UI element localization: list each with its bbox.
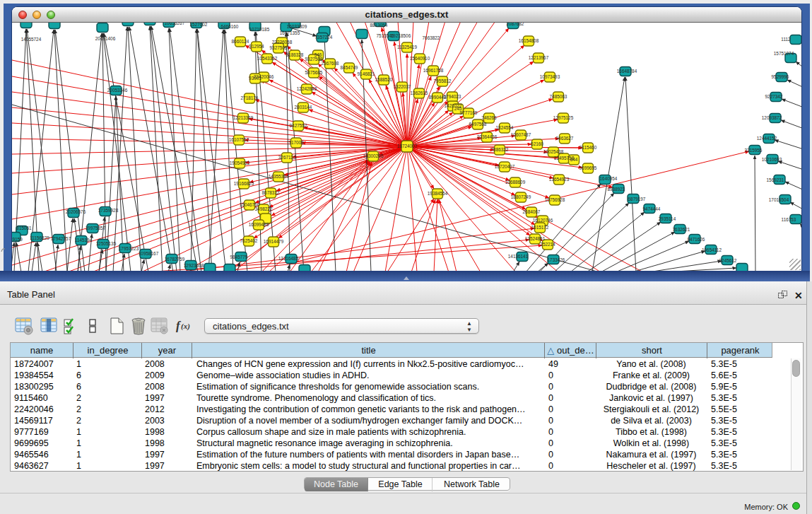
svg-text:7632621: 7632621 (673, 227, 690, 232)
svg-text:12444152: 12444152 (757, 136, 777, 141)
svg-text:1362615: 1362615 (411, 90, 428, 95)
svg-text:12242848: 12242848 (297, 86, 317, 91)
svg-text:19054932: 19054932 (230, 160, 250, 165)
svg-text:62160: 62160 (531, 141, 543, 146)
svg-text:12923468: 12923468 (184, 263, 204, 268)
svg-text:1145194: 1145194 (75, 238, 93, 243)
svg-text:12213967: 12213967 (529, 55, 549, 60)
svg-text:15640910: 15640910 (410, 56, 430, 61)
svg-text:8454749: 8454749 (341, 65, 358, 70)
svg-text:17016504: 17016504 (769, 197, 789, 202)
svg-text:20691406: 20691406 (95, 36, 116, 41)
svg-text:6794023: 6794023 (444, 94, 461, 99)
svg-text:9529996: 9529996 (772, 74, 789, 79)
svg-text:20206576: 20206576 (66, 209, 86, 214)
svg-text:18807249: 18807249 (511, 194, 531, 199)
svg-text:2684067: 2684067 (523, 209, 541, 214)
svg-text:16033809: 16033809 (287, 24, 307, 29)
svg-text:7485063: 7485063 (550, 94, 567, 99)
svg-text:(x): (x) (181, 322, 190, 331)
svg-text:1824554: 1824554 (496, 125, 514, 130)
svg-text:9699695: 9699695 (579, 165, 597, 170)
svg-text:93901: 93901 (249, 76, 261, 81)
svg-text:2367608: 2367608 (322, 61, 339, 66)
svg-text:9463627: 9463627 (556, 136, 574, 141)
svg-text:7357224: 7357224 (315, 35, 333, 40)
svg-text:8660124: 8660124 (232, 39, 249, 44)
svg-text:39159: 39159 (12, 237, 23, 242)
svg-text:9474444: 9474444 (643, 206, 661, 211)
svg-text:9845779: 9845779 (230, 255, 248, 259)
svg-text:2087682: 2087682 (507, 23, 524, 26)
svg-text:9327505: 9327505 (270, 45, 288, 50)
svg-text:16154808: 16154808 (519, 38, 539, 43)
svg-text:3267110: 3267110 (278, 155, 296, 160)
svg-text:10654112: 10654112 (702, 247, 722, 252)
svg-text:8471626: 8471626 (688, 237, 705, 242)
svg-text:11325419: 11325419 (397, 45, 417, 49)
svg-text:6466160: 6466160 (221, 24, 239, 29)
svg-text:15751074: 15751074 (774, 51, 794, 56)
svg-text:2935114: 2935114 (659, 216, 676, 221)
svg-text:252214: 252214 (540, 242, 555, 247)
svg-text:14355394: 14355394 (269, 174, 289, 179)
svg-text:5875685: 5875685 (305, 70, 323, 75)
svg-text:16782759: 16782759 (165, 257, 185, 262)
svg-text:12505135: 12505135 (96, 241, 117, 246)
svg-text:19975857: 19975857 (86, 226, 106, 230)
svg-text:10719185: 10719185 (249, 27, 270, 32)
svg-text:9227342: 9227342 (765, 94, 783, 99)
svg-text:10958167: 10958167 (139, 251, 159, 256)
svg-text:1322037: 1322037 (394, 84, 411, 89)
svg-text:17359928: 17359928 (98, 208, 119, 213)
svg-text:16961758: 16961758 (423, 68, 444, 73)
svg-text:10543362: 10543362 (257, 56, 278, 61)
svg-text:16914479: 16914479 (264, 239, 284, 244)
svg-text:10973493: 10973493 (540, 74, 560, 79)
svg-text:12213369: 12213369 (233, 115, 254, 120)
svg-text:11156829: 11156829 (30, 235, 49, 240)
svg-text:16099488: 16099488 (249, 222, 269, 227)
svg-text:23226058: 23226058 (272, 40, 293, 45)
svg-text:13524851: 13524851 (525, 236, 546, 241)
svg-text:116753: 116753 (782, 217, 796, 222)
svg-text:18300295: 18300295 (363, 153, 384, 158)
svg-text:18724007: 18724007 (397, 144, 418, 148)
svg-text:19166825: 19166825 (234, 181, 254, 186)
svg-text:10607487: 10607487 (511, 132, 531, 137)
svg-text:15720407: 15720407 (495, 164, 515, 169)
svg-text:17957223: 17957223 (119, 246, 139, 251)
svg-text:10210693: 10210693 (762, 157, 782, 162)
svg-text:9427552: 9427552 (290, 123, 307, 128)
svg-text:19384554: 19384554 (428, 191, 448, 196)
svg-text:1569231: 1569231 (767, 177, 784, 182)
svg-text:317008: 317008 (288, 140, 304, 145)
svg-text:12093872: 12093872 (762, 115, 782, 120)
svg-text:16107552: 16107552 (229, 137, 249, 142)
svg-text:10688609: 10688609 (505, 180, 526, 185)
svg-text:10025438: 10025438 (543, 149, 564, 154)
svg-text:10653267: 10653267 (165, 23, 185, 25)
svg-text:7955812: 7955812 (434, 78, 452, 83)
svg-text:16120746: 16120746 (533, 218, 553, 223)
svg-text:844: 844 (570, 157, 578, 162)
svg-text:13654923: 13654923 (549, 177, 570, 182)
svg-text:1527602: 1527602 (190, 23, 208, 27)
svg-text:1733426: 1733426 (548, 257, 565, 262)
svg-text:7515546: 7515546 (377, 33, 394, 38)
svg-text:14136141: 14136141 (508, 254, 529, 259)
svg-text:2718176: 2718176 (241, 95, 259, 100)
svg-text:9245612: 9245612 (719, 258, 737, 263)
svg-text:8678312: 8678312 (262, 190, 280, 195)
svg-text:13716485: 13716485 (278, 256, 299, 261)
svg-text:19756928: 19756928 (545, 197, 565, 202)
svg-text:3215955: 3215955 (745, 148, 763, 153)
svg-text:9146821: 9146821 (358, 71, 375, 76)
svg-text:1615172: 1615172 (531, 225, 549, 230)
svg-text:20364436: 20364436 (477, 134, 498, 139)
svg-text:7625402: 7625402 (240, 238, 258, 243)
svg-text:20053346: 20053346 (107, 88, 128, 93)
svg-text:2803144: 2803144 (295, 105, 312, 110)
svg-text:6497568: 6497568 (469, 122, 487, 127)
svg-text:7663822: 7663822 (423, 35, 440, 40)
